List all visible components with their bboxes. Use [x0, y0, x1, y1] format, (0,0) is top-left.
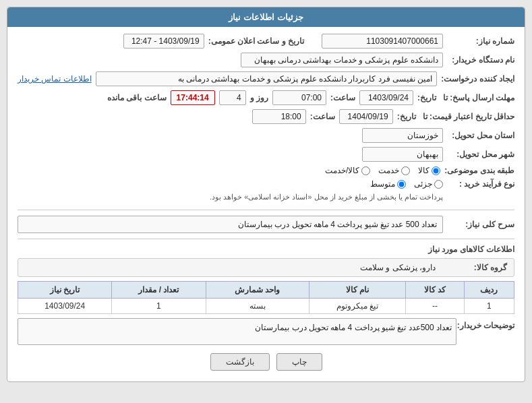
haddakhar-saat-value: 18:00 [252, 109, 306, 124]
tabaghe-kala-khedmat-radio[interactable] [361, 166, 370, 175]
button-row: چاپ بازگشت [18, 353, 514, 371]
ruz-value: 4 [219, 90, 246, 105]
haddakhar-label2: تاریخ: [397, 112, 416, 121]
tarikh2-value: 1403/09/24 [359, 90, 413, 105]
noefarayand-motavasset-radio[interactable] [397, 180, 406, 189]
kala-info-section: گروه کالا: دارو، پزشکی و سلامت [18, 258, 514, 277]
shahr-value: بهبهان [362, 147, 443, 162]
tabaghe-kala-khedmat-label: کالا/خدمت [325, 166, 359, 175]
tabaghe-label: طبقه بندی موضوعی: [444, 166, 514, 175]
etelaat-tamas-link[interactable]: اطلاعات تماس خریدار [18, 74, 92, 84]
back-button[interactable]: بازگشت [210, 353, 270, 371]
haddakhar-value: 1404/09/19 [339, 109, 393, 124]
tabaghe-khedmat-label: خدمت [378, 166, 399, 175]
ruz-label: روز و [250, 93, 268, 102]
col-nam-kala: نام کالا [309, 282, 406, 299]
nam-dastgah-value: دانشکده علوم پزشکی و خدمات بهداشتی درمان… [241, 53, 443, 67]
ijad-konande-label: ایجاد کننده درخواست: [441, 74, 514, 84]
tarikh-value: 1403/09/19 - 12:47 [123, 34, 204, 49]
tarikh2-date: 1403/09/24 [368, 93, 409, 102]
tabaghe-kala-option[interactable]: کالا [418, 166, 440, 175]
countdown-value: 17:44:14 [171, 90, 215, 105]
noefarayand-jozi-option[interactable]: جزئی [414, 179, 443, 189]
tabaghe-radio-group: کالا خدمت کالا/خدمت [325, 166, 440, 175]
table-row: 1--تیغ میکروتومبسته11403/09/24 [18, 299, 514, 314]
noefarayand-jozi-label: جزئی [414, 179, 432, 189]
sarh-value: تعداد 500 عدد تیغ شیو پرداخت 4 ماهه تحوی… [18, 216, 443, 233]
goroh-kala-value: دارو، پزشکی و سلامت [360, 263, 436, 272]
print-button[interactable]: چاپ [276, 353, 322, 371]
ostan-label: استان محل تحویل: [447, 131, 514, 140]
saat-value: 07:00 [272, 90, 326, 105]
header-title: جزئیات اطلاعات نیاز [229, 12, 303, 22]
goroh-kala-label: گروه کالا: [440, 263, 507, 272]
ijad-konande-value: امین نفیسی فرد کاربردار دانشکده علوم پزش… [96, 71, 438, 86]
sarh-label: سرح کلی نیاز: [447, 220, 514, 229]
tabaghe-khedmat-radio[interactable] [401, 166, 410, 175]
tabaghe-kala-label: کالا [418, 166, 430, 175]
tabaghe-kala-khedmat-option[interactable]: کالا/خدمت [325, 166, 370, 175]
tarikh2-label: تاریخ: [417, 93, 436, 102]
col-kod-kala: کد کالا [406, 282, 464, 299]
buyer-notes-section: توضیحات خریدار: تعداد 500عدد تیغ شیو پرد… [18, 318, 514, 345]
mohlat-label: مهلت ارسال پاسخ: تا [443, 93, 514, 102]
col-vahed: واحد شمارش [206, 282, 309, 299]
tabaghe-kala-radio[interactable] [432, 166, 440, 175]
shomare-niaz-label: شماره نیاز: [447, 36, 514, 46]
noefarayand-label: نوع فرآیند خرید : [447, 179, 514, 189]
noefarayand-motavasset-label: متوسط [370, 179, 395, 189]
tozih-value: تعداد 500عدد تیغ شیو پرداخت 4 ماهه تحویل… [18, 318, 456, 345]
tarikh-label: تاریخ و ساعت اعلان عمومی: [208, 36, 304, 46]
countdown-label: ساعت باقی مانده [107, 93, 167, 102]
tozih-label: توضیحات خریدار: [461, 318, 514, 330]
tabaghe-khedmat-option[interactable]: خدمت [378, 166, 410, 175]
noefarayand-jozi-radio[interactable] [434, 180, 443, 189]
kala-section-title: اطلاعات کالاهای مورد نیاز [18, 245, 514, 254]
kala-table-section: ردیف کد کالا نام کالا واحد شمارش تعداد /… [18, 281, 514, 314]
noefarayand-motavasset-option[interactable]: متوسط [370, 179, 406, 189]
page-header: جزئیات اطلاعات نیاز [7, 7, 525, 27]
shahr-label: شهر محل تحویل: [447, 150, 514, 159]
shomare-niaz-value: 1103091407000661 [322, 34, 443, 49]
haddakhar-saat-label: ساعت: [310, 112, 335, 121]
ostan-value: خوزستان [362, 128, 443, 143]
col-radif: ردیف [464, 282, 514, 299]
col-tedad: تعداد / مقدار [112, 282, 206, 299]
col-tarikh: تاریخ نیاز [18, 282, 112, 299]
kala-table: ردیف کد کالا نام کالا واحد شمارش تعداد /… [18, 281, 514, 314]
saat-label: ساعت: [330, 93, 355, 102]
haddakhar-label: حداقل تاریخ اعتبار قیمت: تا [423, 112, 514, 121]
nam-dastgah-label: نام دستگاه خریدار: [447, 55, 514, 65]
payment-note: پرداخت تمام یا بخشی از مبلغ خرید از محل … [210, 193, 443, 202]
noefarayand-radio-group: جزئی متوسط [370, 179, 443, 189]
